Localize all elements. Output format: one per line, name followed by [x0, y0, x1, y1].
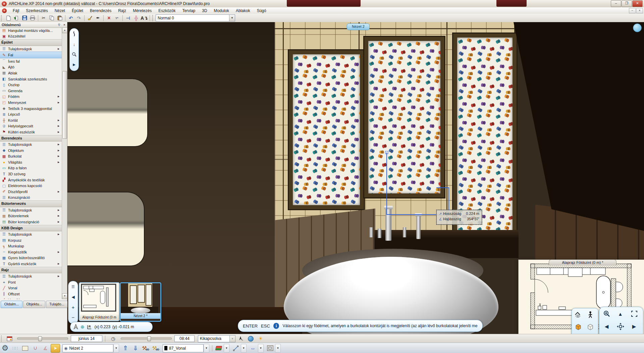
- play-icon[interactable]: ▶: [70, 59, 78, 69]
- text-direction-button[interactable]: A↴: [141, 15, 148, 21]
- sidebar-item-tetosik[interactable]: ◈Tetősík 3 magasságponttal: [0, 106, 62, 112]
- enter-key-label[interactable]: ENTER: [243, 323, 258, 329]
- sidebar-item-burkolat[interactable]: ▩Burkolat▶: [0, 153, 62, 159]
- orbit-icon[interactable]: [613, 320, 627, 333]
- sun-toggle-combobox[interactable]: Kikapcsolva ▼: [198, 335, 235, 342]
- date-slider-knob[interactable]: [38, 336, 42, 341]
- mdi-close-button[interactable]: ×: [636, 8, 643, 13]
- sidebar-item-korlat[interactable]: ╫Korlát▶: [0, 117, 62, 123]
- outline-mode-dropdown[interactable]: ▼: [275, 344, 281, 353]
- clock-button[interactable]: ◷: [108, 335, 118, 342]
- rebuild-3d-button[interactable]: ⚒3D: [151, 344, 160, 353]
- time-slider[interactable]: [121, 338, 172, 340]
- view-combobox[interactable]: ◉ Nézet 2: [62, 344, 113, 352]
- zoom-in-icon[interactable]: [600, 307, 613, 320]
- view-combobox-dropdown[interactable]: ▼: [113, 344, 119, 353]
- sidebar-item-epulet-tulajdonsagok[interactable]: ☰Tulajdonságok▶: [0, 46, 62, 52]
- sidebar-item-munkalap[interactable]: ┓Munkalap: [0, 243, 62, 249]
- scroll-down-icon[interactable]: ▼: [62, 293, 67, 299]
- tab-objektumok[interactable]: Objektu...: [23, 301, 45, 308]
- menu-ablakok[interactable]: Ablakok: [232, 8, 254, 14]
- sidebar-item-mennyezet[interactable]: ◰Mennyezet▶: [0, 100, 62, 106]
- menu-eszkozok[interactable]: Eszközök: [155, 8, 179, 14]
- paste-button[interactable]: [56, 15, 63, 21]
- sidebar-item-vonallanc[interactable]: ∠Vonallánc: [0, 297, 62, 299]
- direction-dropdown[interactable]: ▼: [258, 344, 264, 353]
- brush-button[interactable]: [86, 15, 94, 21]
- close-button[interactable]: ✕: [632, 0, 643, 7]
- line-style-dropdown[interactable]: ▼: [241, 344, 247, 353]
- sidebar-item-hangulat-montazs[interactable]: ▤Hangulat montázs vágóla...: [0, 27, 62, 34]
- minimize-button[interactable]: –: [611, 0, 621, 7]
- sidebar-item-arnyekolok[interactable]: ▞Árnyékolók és textíliák: [0, 177, 62, 183]
- sidebar-scrollbar[interactable]: ▲ ▼: [62, 27, 67, 299]
- north-direction-button[interactable]: [236, 335, 245, 342]
- angle-rays-button[interactable]: ∡: [41, 344, 50, 353]
- sidebar-item-vonal[interactable]: ╱Vonal: [0, 285, 62, 291]
- direction-button[interactable]: ⇔: [248, 344, 258, 353]
- sidebar-item-korpusz[interactable]: ▤Korpusz: [0, 237, 62, 243]
- tracking-icon[interactable]: ⊕: [80, 324, 85, 330]
- sidebar-item-butor-tulajdonsagok[interactable]: ☰Tulajdonságok▶: [0, 207, 62, 213]
- print-button[interactable]: [29, 15, 36, 21]
- freehand-draw-icon[interactable]: [70, 28, 78, 39]
- pin-icon[interactable]: ⚲: [56, 22, 62, 27]
- style-combobox[interactable]: Normal 0 ▼: [156, 14, 235, 21]
- scroll-up-icon[interactable]: ▲: [62, 27, 67, 33]
- sidebar-item-offszet[interactable]: ∥Offszet: [0, 291, 62, 297]
- esc-key-label[interactable]: ESC: [261, 323, 270, 329]
- pan-right-icon[interactable]: ▶: [627, 320, 641, 333]
- menu-modulok[interactable]: Modulok: [211, 8, 232, 14]
- sidebar-item-berendezes-tulajdonsagok[interactable]: ☰Tulajdonságok▶: [0, 141, 62, 148]
- sidebar-item-butorelemek[interactable]: ▦Bútorelemek▶: [0, 213, 62, 219]
- view-thumbnail-floorplan[interactable]: Alaprajz Földszint (0 m: [79, 282, 120, 321]
- wireframe-3d-icon[interactable]: [584, 321, 596, 333]
- sidebar-item-pont[interactable]: +Pont: [0, 279, 62, 285]
- sidebar-item-helyisegpecset[interactable]: ②Helyiségpecsét▶: [0, 123, 62, 129]
- sidebar-item-kulteri-eszkozok[interactable]: ⚑Kültéri eszközök▶: [0, 129, 62, 135]
- sidebar-item-gyartoi-eszkozok[interactable]: TGyártói eszközök▶: [0, 261, 62, 267]
- sidebar-item-vilagitas[interactable]: ●Világítás▶: [0, 159, 62, 165]
- sidebar-item-butor-konszignacio[interactable]: ▤Bútor konszignáció▶: [0, 219, 62, 225]
- zoom-fit-icon[interactable]: [627, 307, 641, 320]
- move-level-up-button[interactable]: ⇑: [121, 344, 130, 353]
- menu-berendezes[interactable]: Berendezés: [87, 8, 115, 14]
- trim-button[interactable]: ✃: [113, 15, 121, 21]
- menu-tervlap[interactable]: Tervlap: [179, 8, 199, 14]
- cut-button[interactable]: ✂: [40, 15, 47, 21]
- sidebar-item-gerenda[interactable]: ▭Gerenda: [0, 88, 62, 94]
- sidebar-item-diszitoprofil[interactable]: ✐Díszítőprofil▶: [0, 189, 62, 195]
- sidebar-item-rajz-tulajdonsagok[interactable]: ☰Tulajdonságok▶: [0, 273, 62, 279]
- time-slider-knob[interactable]: [147, 336, 151, 341]
- layer-combobox[interactable]: 87_Vonal: [163, 344, 204, 352]
- settings-gear-button[interactable]: ⚙: [0, 344, 10, 353]
- menu-sugo[interactable]: Súgó: [254, 8, 270, 14]
- add-view-icon[interactable]: +: [68, 302, 78, 312]
- sidebar-item-kep-a-falon[interactable]: ▭Kép a falon: [0, 165, 62, 171]
- menu-rajz[interactable]: Rajz: [115, 8, 129, 14]
- scroll-down-arrow-icon[interactable]: ↓: [70, 39, 78, 49]
- sidebar-item-sarokablak[interactable]: ◧Sarokablak szerkesztés: [0, 76, 62, 82]
- outline-mode-button[interactable]: [265, 344, 275, 353]
- view-list-icon[interactable]: ☰: [68, 281, 78, 292]
- prev-view-icon[interactable]: ◀: [68, 292, 78, 302]
- menu-nezet[interactable]: Nézet: [51, 8, 68, 14]
- menu-meretezes[interactable]: Méretezés: [129, 8, 155, 14]
- snap-magnet-button[interactable]: ∩: [31, 344, 40, 353]
- pan-left-icon[interactable]: ◀: [600, 320, 613, 333]
- person-view-icon[interactable]: [584, 309, 596, 321]
- tab-oldalmenu[interactable]: Oldalm...: [1, 301, 22, 308]
- menu-epulet[interactable]: Épület: [68, 8, 87, 14]
- menu-harmas-d[interactable]: 3D: [199, 8, 210, 14]
- open-button[interactable]: [13, 15, 20, 21]
- hatch-edit-button[interactable]: ╬: [132, 15, 140, 21]
- zoom-icon[interactable]: [70, 49, 78, 59]
- grid-snap-button[interactable]: ∷∷: [10, 344, 20, 353]
- location-globe-button[interactable]: [246, 335, 255, 342]
- toolbar-grip[interactable]: [152, 15, 155, 21]
- save-button[interactable]: [21, 15, 28, 21]
- scrollbar-thumb[interactable]: [62, 71, 67, 139]
- sidebar-item-3d-szoveg[interactable]: T3D szöveg: [0, 171, 62, 177]
- undo-button[interactable]: ↶: [67, 15, 74, 21]
- solid-3d-icon[interactable]: [572, 321, 584, 333]
